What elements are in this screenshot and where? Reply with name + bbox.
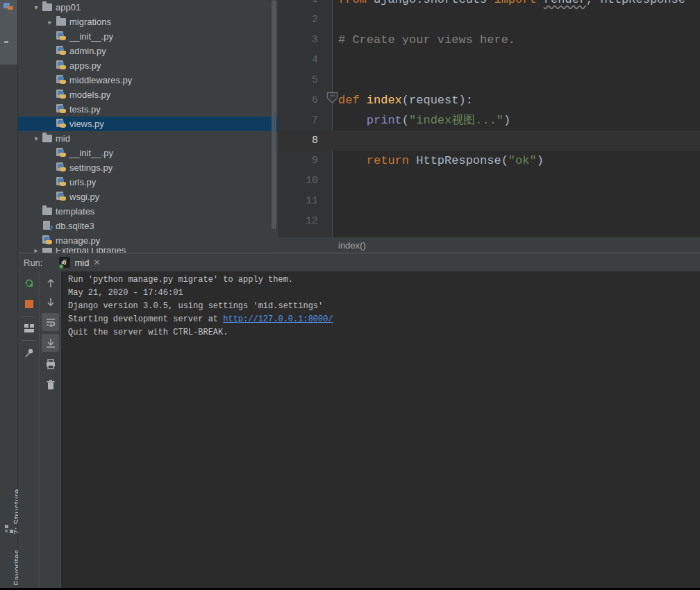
code-line-13[interactable]: 13	[278, 231, 700, 237]
run-tab-label: mid	[74, 258, 89, 268]
arrow-spacer	[44, 192, 56, 203]
scroll-to-end-button[interactable]	[42, 334, 59, 352]
folder-icon	[42, 248, 52, 253]
tree-item-tests-py[interactable]: tests.py	[18, 102, 278, 117]
restore-layout-button[interactable]	[18, 319, 40, 337]
project-panel: ▾app01▸migrations__init__.pyadmin.pyapps…	[18, 0, 278, 253]
run-toolbar-left	[18, 271, 40, 590]
arrow-spacer	[44, 31, 56, 42]
pin-button[interactable]	[18, 344, 40, 362]
tree-item-label: migrations	[69, 17, 111, 27]
python-file-icon	[56, 119, 67, 129]
code-line-10[interactable]: 10	[278, 171, 700, 191]
tree-item-settings-py[interactable]: settings.py	[18, 160, 278, 175]
tree-item-app01[interactable]: ▾app01	[18, 0, 278, 15]
down-arrow-icon	[46, 296, 56, 307]
project-tool-button[interactable]	[0, 0, 17, 65]
expand-arrow-icon[interactable]: ▸	[31, 248, 42, 253]
close-tab-icon[interactable]: ✕	[93, 258, 100, 267]
code-line-4[interactable]: 4	[278, 50, 700, 70]
tree-item--init-py[interactable]: __init__.py	[18, 146, 278, 160]
arrow-spacer	[44, 119, 56, 130]
print-button[interactable]	[40, 355, 61, 373]
tree-item-templates[interactable]: templates	[18, 204, 278, 219]
restore-layout-icon	[24, 323, 35, 333]
expand-arrow-icon[interactable]: ▸	[44, 17, 56, 28]
code-token: index	[367, 94, 402, 107]
collapse-arrow-icon[interactable]: ▾	[31, 2, 42, 13]
tree-item-manage-py[interactable]: manage.py	[18, 233, 278, 248]
code-line-5[interactable]: 5	[278, 70, 700, 90]
project-scrollbar[interactable]	[272, 0, 276, 229]
code-line-7[interactable]: 7 print("index视图...")	[278, 110, 700, 130]
down-stack-trace-button[interactable]	[40, 292, 61, 310]
stop-button[interactable]	[18, 295, 40, 313]
code-line-6[interactable]: 6def index(request):	[278, 90, 700, 110]
tree-item-migrations[interactable]: ▸migrations	[18, 15, 278, 29]
collapse-arrow-icon[interactable]: ▾	[31, 133, 42, 144]
tree-item-db-sqlite3[interactable]: ?db.sqlite3	[18, 219, 278, 233]
code-editor[interactable]: 1from django.shortcuts import render, Ht…	[278, 0, 700, 237]
tree-item-label: wsgi.py	[69, 192, 99, 202]
tree-item--init-py[interactable]: __init__.py	[18, 29, 278, 44]
tree-item-models-py[interactable]: models.py	[18, 87, 278, 102]
code-line-9[interactable]: 9 return HttpResponse("ok")	[278, 151, 700, 171]
soft-wrap-button[interactable]	[42, 313, 59, 331]
python-file-icon	[56, 148, 67, 158]
python-file-icon	[56, 46, 67, 56]
run-console-output[interactable]: Run 'python manage.py migrate' to apply …	[61, 271, 700, 590]
python-file-icon	[42, 235, 53, 246]
tree-item-label: app01	[56, 2, 81, 12]
python-file-icon	[56, 177, 67, 187]
arrow-spacer	[44, 46, 56, 57]
arrow-spacer	[44, 162, 56, 174]
up-stack-trace-button[interactable]	[40, 274, 61, 292]
python-file-icon	[56, 60, 67, 71]
tree-item-apps-py[interactable]: apps.py	[18, 58, 278, 73]
rerun-button[interactable]	[18, 274, 40, 292]
pin-icon	[24, 347, 35, 358]
code-line-11[interactable]: 11	[278, 191, 700, 211]
tree-item-label: apps.py	[69, 60, 101, 71]
run-tab-mid[interactable]: dj mid ✕	[59, 257, 100, 268]
arrow-spacer	[44, 90, 56, 101]
line-number: 7	[278, 110, 318, 130]
django-run-icon: dj	[59, 257, 70, 268]
console-text: Starting development server at	[68, 314, 223, 324]
tree-item-urls-py[interactable]: urls.py	[18, 175, 278, 189]
code-line-1[interactable]: 1from django.shortcuts import render, Ht…	[278, 0, 700, 10]
code-token: HttpResponse(	[416, 154, 508, 167]
line-number: 11	[278, 191, 318, 211]
python-file-icon	[56, 75, 67, 85]
python-file-icon	[56, 31, 67, 42]
tree-item-label: admin.py	[69, 46, 106, 56]
code-token: )	[503, 114, 510, 127]
tree-item-label: db.sqlite3	[56, 221, 94, 231]
tree-item-mid[interactable]: ▾mid	[18, 131, 278, 146]
code-token: django.shortcuts	[374, 0, 494, 6]
code-token: # Create your views here.	[338, 33, 515, 47]
fold-marker-icon[interactable]	[326, 92, 338, 104]
breadcrumb[interactable]: index()	[338, 237, 366, 253]
code-line-12[interactable]: 12	[278, 211, 700, 231]
tree-item-external-libraries[interactable]: ▸External Libraries	[18, 248, 278, 253]
server-url-link[interactable]: http://127.0.0.1:8000/	[223, 314, 333, 324]
code-line-3[interactable]: 3# Create your views here.	[278, 30, 700, 50]
code-line-2[interactable]: 2	[278, 10, 700, 30]
tree-item-admin-py[interactable]: admin.py	[18, 44, 278, 58]
line-number: 6	[278, 90, 318, 110]
tree-item-views-py[interactable]: views.py	[18, 117, 278, 131]
line-number: 2	[278, 10, 318, 30]
project-icon-partial	[3, 1, 14, 10]
console-line: May 21, 2020 - 17:46:01	[68, 287, 700, 300]
code-line-8[interactable]: 8	[278, 130, 700, 151]
tree-item-wsgi-py[interactable]: wsgi.py	[18, 189, 278, 204]
code-token	[338, 114, 367, 127]
clear-console-button[interactable]	[40, 376, 61, 394]
arrow-spacer	[44, 177, 56, 188]
code-token: (	[402, 114, 409, 127]
print-icon	[45, 359, 56, 369]
tree-item-middlewares-py[interactable]: middlewares.py	[18, 73, 278, 87]
code-token: import	[494, 0, 543, 6]
arrow-spacer	[44, 148, 56, 159]
